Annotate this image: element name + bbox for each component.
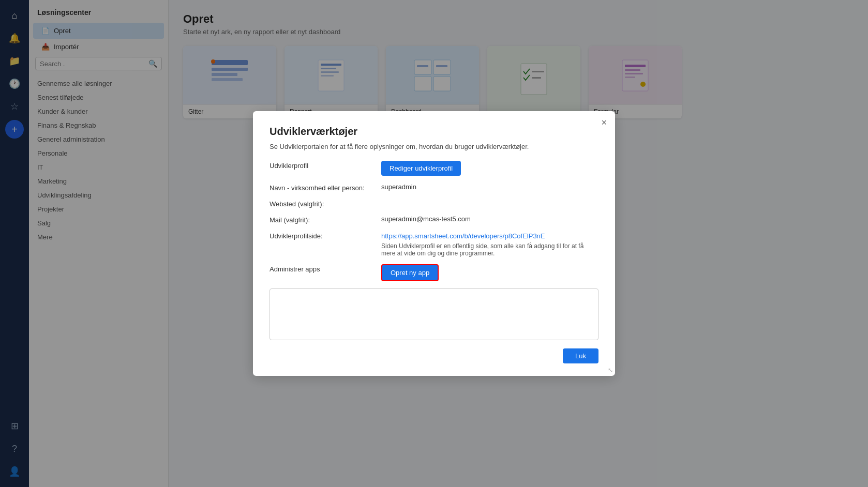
name-row: Navn - virksomhed eller person: superadm… bbox=[270, 183, 598, 192]
create-app-button[interactable]: Opret ny app bbox=[381, 264, 439, 281]
email-value: superadmin@mcas-test5.com bbox=[381, 215, 471, 223]
email-row: Mail (valgfrit): superadmin@mcas-test5.c… bbox=[270, 215, 598, 224]
website-label: Websted (valgfrit): bbox=[270, 199, 373, 208]
email-label: Mail (valgfrit): bbox=[270, 215, 373, 224]
dialog-description: Se Udviklerportalen for at få flere oply… bbox=[270, 143, 598, 150]
edit-profile-button[interactable]: Rediger udviklerprofil bbox=[381, 161, 461, 176]
resize-handle[interactable]: ⤡ bbox=[608, 367, 613, 374]
dialog-overlay: × Udviklerværktøjer Se Udviklerportalen … bbox=[169, 0, 868, 487]
dialog-title: Udviklerværktøjer bbox=[270, 126, 598, 138]
manage-apps-label: Administrer apps bbox=[270, 264, 373, 273]
website-row: Websted (valgfrit): bbox=[270, 199, 598, 208]
manage-apps-row: Administrer apps Opret ny app bbox=[270, 264, 598, 281]
name-label: Navn - virksomhed eller person: bbox=[270, 183, 373, 192]
profile-label: Udviklerprofil bbox=[270, 161, 373, 170]
profile-side-label: Udviklerprofil­side: bbox=[270, 231, 373, 240]
profile-note: Siden Udviklerprofil er en offentlig sid… bbox=[381, 242, 598, 257]
close-bottom-button[interactable]: Luk bbox=[563, 348, 598, 363]
profile-side-row: Udviklerprofil­side: https://app.smartsh… bbox=[270, 231, 598, 257]
developer-tools-dialog: × Udviklerværktøjer Se Udviklerportalen … bbox=[253, 111, 615, 376]
close-button[interactable]: × bbox=[601, 117, 607, 128]
dialog-footer: Luk bbox=[270, 348, 598, 363]
profile-row: Udviklerprofil Rediger udviklerprofil bbox=[270, 161, 598, 176]
main-content: Opret Starte et nyt ark, en ny rapport e… bbox=[169, 0, 868, 487]
name-value: superadmin bbox=[381, 183, 416, 191]
apps-list-box bbox=[270, 288, 598, 340]
profile-link[interactable]: https://app.smartsheet.com/b/developers/… bbox=[381, 232, 545, 240]
